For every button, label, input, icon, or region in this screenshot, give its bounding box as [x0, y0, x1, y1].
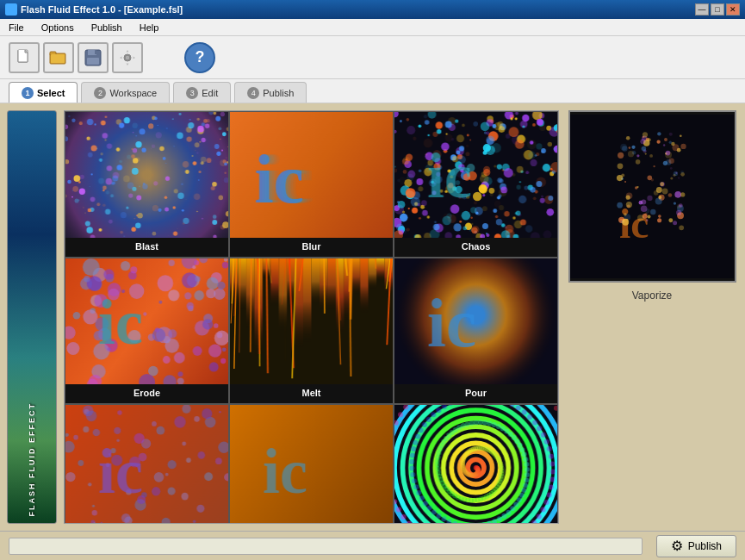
- effect-blur-canvas: [230, 112, 393, 238]
- effect-erode-label: Erode: [65, 384, 228, 403]
- preview-label: Vaporize: [632, 289, 672, 302]
- effect-9[interactable]: .: [394, 404, 558, 523]
- minimize-button[interactable]: —: [695, 3, 709, 16]
- effect-7[interactable]: .: [65, 404, 229, 523]
- progress-bar: [9, 538, 643, 555]
- sidebar-label: FLASH FLUID EFFECT: [28, 395, 36, 524]
- effect-erode-canvas: [65, 258, 228, 384]
- menu-help[interactable]: Help: [134, 19, 165, 35]
- window-title: Flash Fluid Effect 1.0 - [Example.fsl]: [21, 4, 183, 15]
- effects-grid: Blast Blur Chaos: [65, 111, 558, 523]
- svg-rect-6: [95, 50, 96, 54]
- effect-chaos-label: Chaos: [394, 238, 557, 257]
- effect-pour-label: Pour: [394, 384, 557, 403]
- preview-canvas: [570, 115, 734, 278]
- tab-publish-label: Publish: [263, 88, 294, 98]
- effect-chaos-canvas: [394, 112, 557, 238]
- effect-blast[interactable]: Blast: [65, 111, 229, 258]
- tab-edit-num: 3: [186, 87, 198, 99]
- help-icon: ?: [196, 48, 205, 66]
- tab-publish-num: 4: [247, 87, 259, 99]
- toolbar: ?: [0, 36, 745, 79]
- title-bar-controls[interactable]: — □ ✕: [695, 3, 740, 16]
- svg-point-10: [127, 56, 129, 59]
- gear-icon: ⚙: [671, 538, 683, 554]
- effect-blast-canvas: [65, 112, 228, 238]
- tab-workspace-label: Workspace: [109, 88, 157, 98]
- effect-pour-canvas: [394, 258, 557, 384]
- effect-9-canvas: [394, 405, 557, 523]
- effect-8-canvas: [230, 405, 393, 523]
- tab-select-num: 1: [22, 87, 34, 99]
- tab-workspace-num: 2: [94, 87, 106, 99]
- tab-strip: 1 Select 2 Workspace 3 Edit 4 Publish: [0, 79, 745, 103]
- menu-options[interactable]: Options: [36, 19, 79, 35]
- grid-scroll[interactable]: Blast Blur Chaos: [65, 111, 558, 523]
- svg-rect-7: [87, 58, 99, 65]
- svg-rect-3: [51, 54, 65, 63]
- preview-panel: Vaporize: [566, 110, 738, 524]
- effect-blur[interactable]: Blur: [229, 111, 394, 258]
- open-button[interactable]: [43, 42, 74, 73]
- effect-blur-label: Blur: [230, 238, 393, 257]
- tab-select[interactable]: 1 Select: [9, 82, 78, 103]
- effect-melt-label: Melt: [230, 384, 393, 403]
- bottom-bar: ⚙ Publish: [0, 531, 745, 560]
- title-bar-left: Flash Fluid Effect 1.0 - [Example.fsl]: [5, 3, 183, 16]
- publish-label: Publish: [688, 540, 722, 552]
- effect-chaos[interactable]: Chaos: [394, 111, 558, 258]
- effect-8[interactable]: .: [229, 404, 394, 523]
- new-button[interactable]: [9, 42, 40, 73]
- tab-publish[interactable]: 4 Publish: [234, 82, 307, 103]
- effect-blast-label: Blast: [65, 238, 228, 257]
- tab-edit-label: Edit: [202, 88, 218, 98]
- settings-button[interactable]: [112, 42, 143, 73]
- app-icon: [5, 3, 17, 16]
- preview-box: [568, 110, 736, 283]
- effect-7-canvas: [65, 405, 228, 523]
- publish-button[interactable]: ⚙ Publish: [656, 535, 736, 557]
- maximize-button[interactable]: □: [711, 3, 724, 16]
- tab-workspace[interactable]: 2 Workspace: [81, 82, 170, 103]
- effect-melt-canvas: [230, 258, 393, 384]
- close-button[interactable]: ✕: [726, 3, 740, 16]
- help-button[interactable]: ?: [184, 42, 215, 73]
- menu-file[interactable]: File: [3, 19, 29, 35]
- effect-pour[interactable]: Pour: [394, 258, 558, 404]
- left-sidebar: FLASH FLUID EFFECT: [7, 110, 57, 524]
- effect-erode[interactable]: Erode: [65, 258, 229, 404]
- menu-publish[interactable]: Publish: [86, 19, 127, 35]
- menu-bar: File Options Publish Help: [0, 19, 745, 36]
- tab-edit[interactable]: 3 Edit: [173, 82, 231, 103]
- save-button[interactable]: [78, 42, 109, 73]
- main-content: FLASH FLUID EFFECT Blast Blur: [0, 103, 745, 531]
- effects-grid-container: Blast Blur Chaos: [64, 110, 559, 524]
- title-bar: Flash Fluid Effect 1.0 - [Example.fsl] —…: [0, 0, 745, 19]
- tab-select-label: Select: [37, 88, 65, 98]
- effect-melt[interactable]: Melt: [229, 258, 394, 404]
